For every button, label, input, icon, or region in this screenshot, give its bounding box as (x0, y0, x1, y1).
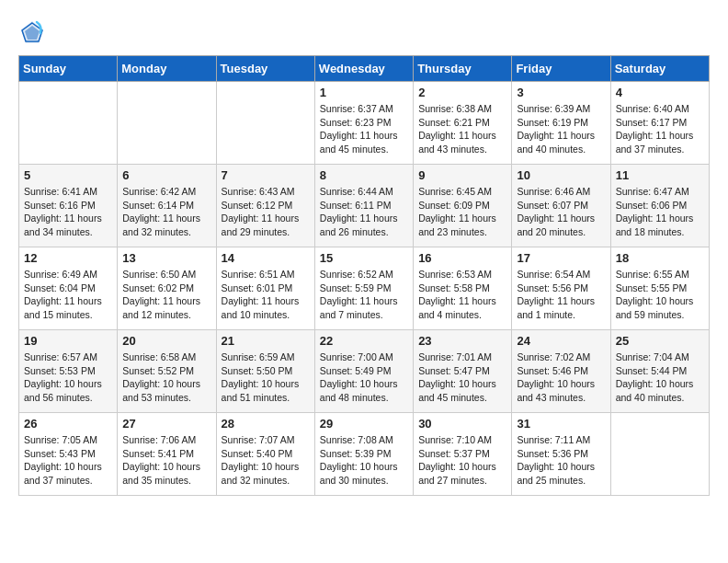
day-info: Sunrise: 6:38 AM Sunset: 6:21 PM Dayligh… (418, 102, 506, 156)
day-info: Sunrise: 6:47 AM Sunset: 6:06 PM Dayligh… (616, 185, 704, 239)
page-header (18, 18, 710, 46)
day-info: Sunrise: 6:46 AM Sunset: 6:07 PM Dayligh… (517, 185, 605, 239)
day-info: Sunrise: 6:59 AM Sunset: 5:50 PM Dayligh… (222, 350, 310, 405)
day-info: Sunrise: 7:05 AM Sunset: 5:43 PM Dayligh… (24, 433, 112, 488)
day-info: Sunrise: 6:44 AM Sunset: 6:11 PM Dayligh… (320, 185, 408, 239)
calendar-day-cell: 29Sunrise: 7:08 AM Sunset: 5:39 PM Dayli… (314, 413, 413, 496)
calendar-day-cell: 5Sunrise: 6:41 AM Sunset: 6:16 PM Daylig… (19, 165, 118, 247)
day-number: 17 (517, 251, 605, 265)
calendar-week-row: 26Sunrise: 7:05 AM Sunset: 5:43 PM Dayli… (19, 413, 710, 496)
day-info: Sunrise: 7:08 AM Sunset: 5:39 PM Dayligh… (320, 433, 408, 488)
calendar-day-cell (19, 82, 118, 165)
calendar-day-cell (610, 413, 709, 496)
calendar-week-row: 12Sunrise: 6:49 AM Sunset: 6:04 PM Dayli… (19, 247, 710, 330)
day-number: 2 (418, 86, 506, 99)
weekday-header: Tuesday (216, 56, 314, 82)
calendar-day-cell: 23Sunrise: 7:01 AM Sunset: 5:47 PM Dayli… (414, 330, 512, 413)
day-info: Sunrise: 6:54 AM Sunset: 5:56 PM Dayligh… (517, 268, 605, 322)
day-number: 30 (418, 417, 506, 431)
day-info: Sunrise: 6:40 AM Sunset: 6:17 PM Dayligh… (616, 102, 704, 156)
day-info: Sunrise: 6:37 AM Sunset: 6:23 PM Dayligh… (320, 102, 408, 156)
day-info: Sunrise: 6:55 AM Sunset: 5:55 PM Dayligh… (616, 268, 704, 322)
day-info: Sunrise: 6:43 AM Sunset: 6:12 PM Dayligh… (222, 185, 310, 239)
calendar-day-cell: 4Sunrise: 6:40 AM Sunset: 6:17 PM Daylig… (610, 82, 709, 165)
day-info: Sunrise: 7:01 AM Sunset: 5:47 PM Dayligh… (418, 350, 506, 405)
calendar-day-cell: 18Sunrise: 6:55 AM Sunset: 5:55 PM Dayli… (610, 247, 709, 330)
day-number: 11 (616, 168, 704, 182)
calendar-day-cell: 11Sunrise: 6:47 AM Sunset: 6:06 PM Dayli… (610, 165, 709, 247)
day-number: 18 (616, 251, 704, 265)
day-info: Sunrise: 6:49 AM Sunset: 6:04 PM Dayligh… (24, 268, 112, 322)
day-info: Sunrise: 6:41 AM Sunset: 6:16 PM Dayligh… (24, 185, 112, 239)
calendar-day-cell: 27Sunrise: 7:06 AM Sunset: 5:41 PM Dayli… (118, 413, 216, 496)
weekday-header: Saturday (610, 56, 709, 82)
day-number: 3 (517, 86, 605, 99)
day-info: Sunrise: 7:11 AM Sunset: 5:36 PM Dayligh… (517, 433, 605, 488)
day-number: 22 (320, 334, 408, 348)
calendar-week-row: 19Sunrise: 6:57 AM Sunset: 5:53 PM Dayli… (19, 330, 710, 413)
day-number: 4 (616, 86, 704, 99)
calendar-day-cell: 1Sunrise: 6:37 AM Sunset: 6:23 PM Daylig… (314, 82, 413, 165)
calendar-day-cell: 21Sunrise: 6:59 AM Sunset: 5:50 PM Dayli… (216, 330, 314, 413)
day-number: 7 (222, 168, 310, 182)
weekday-header: Friday (512, 56, 610, 82)
calendar-day-cell: 15Sunrise: 6:52 AM Sunset: 5:59 PM Dayli… (314, 247, 413, 330)
day-info: Sunrise: 7:07 AM Sunset: 5:40 PM Dayligh… (222, 433, 310, 488)
calendar-day-cell: 14Sunrise: 6:51 AM Sunset: 6:01 PM Dayli… (216, 247, 314, 330)
day-number: 24 (517, 334, 605, 348)
calendar-day-cell: 7Sunrise: 6:43 AM Sunset: 6:12 PM Daylig… (216, 165, 314, 247)
day-number: 23 (418, 334, 506, 348)
day-info: Sunrise: 6:51 AM Sunset: 6:01 PM Dayligh… (222, 268, 310, 322)
calendar-day-cell: 20Sunrise: 6:58 AM Sunset: 5:52 PM Dayli… (118, 330, 216, 413)
day-number: 8 (320, 168, 408, 182)
calendar-day-cell: 6Sunrise: 6:42 AM Sunset: 6:14 PM Daylig… (118, 165, 216, 247)
calendar-week-row: 1Sunrise: 6:37 AM Sunset: 6:23 PM Daylig… (19, 82, 710, 165)
day-number: 14 (222, 251, 310, 265)
calendar-day-cell: 12Sunrise: 6:49 AM Sunset: 6:04 PM Dayli… (19, 247, 118, 330)
weekday-header: Wednesday (314, 56, 413, 82)
day-info: Sunrise: 7:04 AM Sunset: 5:44 PM Dayligh… (616, 350, 704, 405)
logo (18, 18, 50, 46)
day-number: 5 (24, 168, 112, 182)
calendar-day-cell: 2Sunrise: 6:38 AM Sunset: 6:21 PM Daylig… (414, 82, 512, 165)
calendar-day-cell: 10Sunrise: 6:46 AM Sunset: 6:07 PM Dayli… (512, 165, 610, 247)
calendar-header-row: SundayMondayTuesdayWednesdayThursdayFrid… (19, 56, 710, 82)
weekday-header: Monday (118, 56, 216, 82)
calendar-day-cell: 25Sunrise: 7:04 AM Sunset: 5:44 PM Dayli… (610, 330, 709, 413)
calendar-day-cell: 3Sunrise: 6:39 AM Sunset: 6:19 PM Daylig… (512, 82, 610, 165)
day-info: Sunrise: 6:42 AM Sunset: 6:14 PM Dayligh… (122, 185, 210, 239)
day-number: 13 (122, 251, 210, 265)
day-number: 6 (122, 168, 210, 182)
calendar-day-cell: 26Sunrise: 7:05 AM Sunset: 5:43 PM Dayli… (19, 413, 118, 496)
day-info: Sunrise: 7:06 AM Sunset: 5:41 PM Dayligh… (122, 433, 210, 488)
calendar-week-row: 5Sunrise: 6:41 AM Sunset: 6:16 PM Daylig… (19, 165, 710, 247)
day-info: Sunrise: 6:57 AM Sunset: 5:53 PM Dayligh… (24, 350, 112, 405)
calendar-day-cell: 9Sunrise: 6:45 AM Sunset: 6:09 PM Daylig… (414, 165, 512, 247)
calendar-day-cell: 22Sunrise: 7:00 AM Sunset: 5:49 PM Dayli… (314, 330, 413, 413)
day-number: 15 (320, 251, 408, 265)
day-number: 12 (24, 251, 112, 265)
calendar-body: 1Sunrise: 6:37 AM Sunset: 6:23 PM Daylig… (19, 82, 710, 496)
day-number: 1 (320, 86, 408, 99)
day-number: 21 (222, 334, 310, 348)
day-info: Sunrise: 6:50 AM Sunset: 6:02 PM Dayligh… (122, 268, 210, 322)
day-info: Sunrise: 6:58 AM Sunset: 5:52 PM Dayligh… (122, 350, 210, 405)
calendar-day-cell (216, 82, 314, 165)
day-info: Sunrise: 7:00 AM Sunset: 5:49 PM Dayligh… (320, 350, 408, 405)
day-info: Sunrise: 6:39 AM Sunset: 6:19 PM Dayligh… (517, 102, 605, 156)
calendar-day-cell: 31Sunrise: 7:11 AM Sunset: 5:36 PM Dayli… (512, 413, 610, 496)
day-number: 28 (222, 417, 310, 431)
day-info: Sunrise: 6:45 AM Sunset: 6:09 PM Dayligh… (418, 185, 506, 239)
calendar-day-cell: 17Sunrise: 6:54 AM Sunset: 5:56 PM Dayli… (512, 247, 610, 330)
day-number: 10 (517, 168, 605, 182)
calendar-day-cell: 13Sunrise: 6:50 AM Sunset: 6:02 PM Dayli… (118, 247, 216, 330)
calendar-table: SundayMondayTuesdayWednesdayThursdayFrid… (18, 55, 710, 496)
weekday-header: Sunday (19, 56, 118, 82)
calendar-day-cell: 30Sunrise: 7:10 AM Sunset: 5:37 PM Dayli… (414, 413, 512, 496)
calendar-day-cell (118, 82, 216, 165)
calendar-day-cell: 8Sunrise: 6:44 AM Sunset: 6:11 PM Daylig… (314, 165, 413, 247)
day-info: Sunrise: 7:10 AM Sunset: 5:37 PM Dayligh… (418, 433, 506, 488)
day-number: 25 (616, 334, 704, 348)
calendar-day-cell: 19Sunrise: 6:57 AM Sunset: 5:53 PM Dayli… (19, 330, 118, 413)
calendar-day-cell: 28Sunrise: 7:07 AM Sunset: 5:40 PM Dayli… (216, 413, 314, 496)
